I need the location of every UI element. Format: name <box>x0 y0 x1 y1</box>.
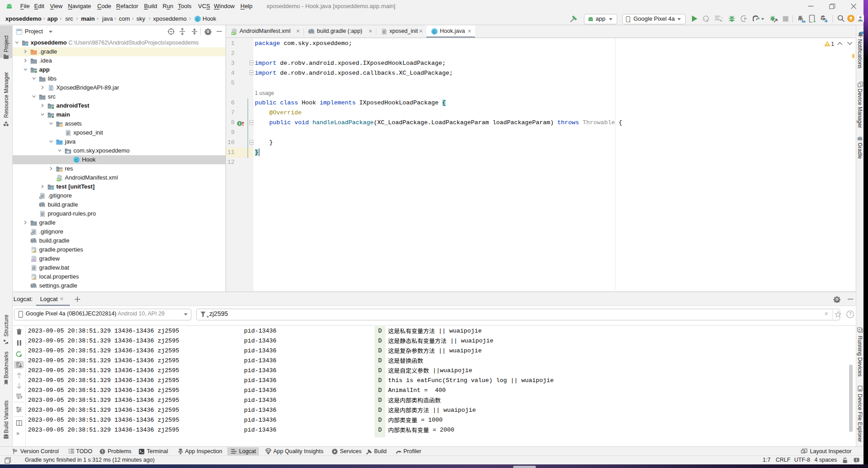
svg-text:C: C <box>196 17 199 22</box>
svg-text:?: ? <box>849 312 852 317</box>
svg-text:A: A <box>706 19 708 22</box>
